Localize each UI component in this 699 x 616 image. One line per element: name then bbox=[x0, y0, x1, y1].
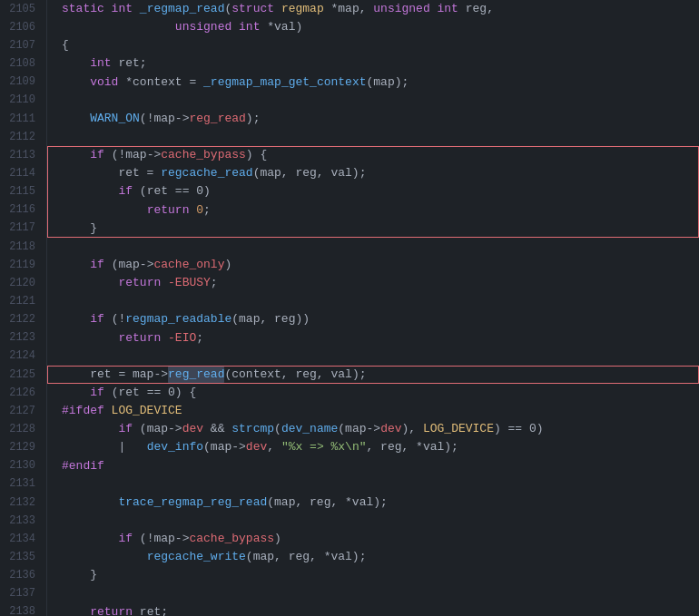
code-line: #endif bbox=[62, 457, 699, 475]
code-line: static int _regmap_read(struct regmap *m… bbox=[62, 0, 699, 18]
code-line bbox=[62, 347, 699, 366]
code-line: void *context = _regmap_map_get_context(… bbox=[62, 73, 699, 92]
line-numbers: 2105210621072108210921102111211221132114… bbox=[0, 0, 47, 616]
code-line: trace_regmap_reg_read(map, reg, *val); bbox=[62, 494, 699, 512]
code-line: #ifdef LOG_DEVICE bbox=[62, 402, 699, 420]
code-line: unsigned int *val) bbox=[62, 18, 699, 36]
code-area[interactable]: static int _regmap_read(struct regmap *m… bbox=[47, 0, 699, 616]
code-line: } bbox=[62, 220, 699, 238]
code-line: return -EIO; bbox=[62, 329, 699, 347]
code-line bbox=[62, 238, 699, 256]
code-line: if (map->cache_only) bbox=[62, 256, 699, 274]
code-line: | dev_info(map->dev, "%x => %x\n", reg, … bbox=[62, 438, 699, 456]
code-line bbox=[62, 475, 699, 494]
code-line: ret = map->reg_read(context, reg, val); bbox=[62, 366, 699, 384]
code-line: { bbox=[62, 36, 699, 54]
code-line bbox=[62, 585, 699, 603]
code-editor: 2105210621072108210921102111211221132114… bbox=[0, 0, 699, 616]
code-line bbox=[62, 92, 699, 110]
code-line: if (!map->cache_bypass) { bbox=[62, 146, 699, 164]
code-line: if (ret == 0) bbox=[62, 182, 699, 200]
code-line: WARN_ON(!map->reg_read); bbox=[62, 110, 699, 128]
code-line: regcache_write(map, reg, *val); bbox=[62, 548, 699, 566]
code-line: int ret; bbox=[62, 54, 699, 73]
code-line: } bbox=[62, 566, 699, 584]
code-line: ret = regcache_read(map, reg, val); bbox=[62, 164, 699, 182]
code-line: return ret; bbox=[62, 603, 699, 616]
code-line: if (!regmap_readable(map, reg)) bbox=[62, 310, 699, 328]
code-line: return 0; bbox=[62, 201, 699, 220]
code-line: return -EBUSY; bbox=[62, 274, 699, 292]
code-line: if (ret == 0) { bbox=[62, 384, 699, 402]
code-line: if (map->dev && strcmp(dev_name(map->dev… bbox=[62, 420, 699, 438]
code-line bbox=[62, 292, 699, 310]
code-line bbox=[62, 512, 699, 530]
code-line: if (!map->cache_bypass) bbox=[62, 530, 699, 548]
code-line bbox=[62, 128, 699, 146]
